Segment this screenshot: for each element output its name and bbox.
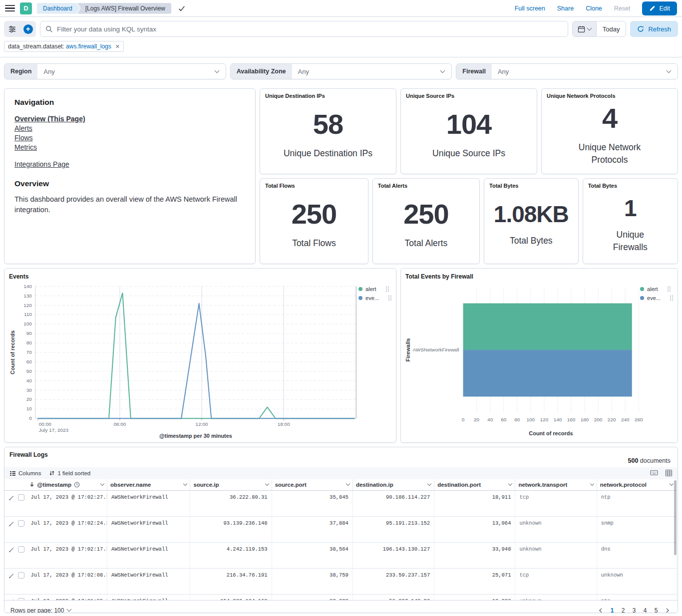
expand-row-icon[interactable] <box>8 520 14 527</box>
metric-card-total-bytes: Total Bytes1.08KBTotal Bytes <box>484 178 579 264</box>
column-header-network-transport[interactable]: network.transport <box>515 479 597 490</box>
page-button-4[interactable]: 4 <box>640 605 651 614</box>
filter-pill-datastream[interactable]: data_stream.dataset: aws.firewall_logs ✕ <box>4 41 124 52</box>
column-header-source-port[interactable]: source.port <box>272 479 352 490</box>
drag-handle-icon <box>388 295 392 301</box>
date-range-label[interactable]: Today <box>597 25 626 33</box>
keyboard-icon <box>650 469 658 476</box>
nav-link-overview[interactable]: Overview (This Page) <box>14 115 85 123</box>
remove-filter-icon[interactable]: ✕ <box>114 43 120 50</box>
expand-row-icon[interactable] <box>8 494 14 501</box>
metric-card-unique-destination-ips: Unique Destination IPs58Unique Destinati… <box>260 88 396 174</box>
expand-row-icon[interactable] <box>8 572 14 579</box>
svg-text:00:00: 00:00 <box>39 421 51 427</box>
metric-card-unique-source-ips: Unique Source IPs104Unique Source IPs <box>400 88 537 174</box>
legend-item-eve[interactable]: eve... <box>640 295 674 301</box>
column-header-destination-ip[interactable]: destination.ip <box>352 479 434 490</box>
svg-text:260: 260 <box>635 417 643 422</box>
table-scrollbar[interactable] <box>674 480 677 555</box>
space-avatar[interactable]: D <box>20 2 32 14</box>
legend-item-alert[interactable]: alert <box>358 286 392 292</box>
chevron-down-icon <box>265 482 269 486</box>
cell-source-port: 38,564 <box>272 543 352 569</box>
document-count: 500 documents <box>628 457 671 464</box>
sort-icon <box>49 470 55 476</box>
saved-check-icon[interactable] <box>178 5 185 12</box>
row-checkbox[interactable] <box>18 546 24 553</box>
pencil-icon <box>649 5 656 11</box>
add-filter-button[interactable]: + <box>20 21 36 37</box>
control-availability-zone[interactable]: Availability ZoneAny <box>230 63 452 79</box>
refresh-button[interactable]: Refresh <box>630 21 678 37</box>
sort-fields-button[interactable]: 1 field sorted <box>49 470 90 476</box>
nav-link-flows[interactable]: Flows <box>14 134 33 142</box>
pagination: 12345 <box>597 605 672 614</box>
reset-button[interactable]: Reset <box>614 5 631 12</box>
column-header-observer-name[interactable]: observer.name <box>107 479 190 490</box>
cell--timestamp: Jul 17, 2023 @ 17:02:24.328 <box>26 517 107 543</box>
cell-observer-name: AWSNetworkFirewall <box>107 569 190 595</box>
edit-button[interactable]: Edit <box>642 1 677 15</box>
page-button-1[interactable]: 1 <box>607 605 618 614</box>
top-navigation-bar: D Dashboard [Logs AWS] Firewall Overview… <box>0 0 682 17</box>
events-chart-legend: alerteve... <box>358 286 392 301</box>
display-options-button[interactable] <box>665 469 673 478</box>
cell-network-protocol: snmp <box>597 517 676 543</box>
clone-button[interactable]: Clone <box>586 5 602 12</box>
filters-icon[interactable] <box>4 21 20 37</box>
row-checkbox[interactable] <box>18 494 24 501</box>
cell-destination-ip: 95.191.213.152 <box>352 517 434 543</box>
cell-destination-ip: 233.59.237.157 <box>352 569 434 595</box>
columns-button[interactable]: Columns <box>9 470 41 477</box>
column-header-destination-port[interactable]: destination.port <box>434 479 515 490</box>
column-header-source-ip[interactable]: source.ip <box>190 479 272 490</box>
legend-item-alert[interactable]: alert <box>640 286 674 292</box>
cell-destination-port: 25,071 <box>434 569 515 595</box>
legend-item-eve[interactable]: eve... <box>358 295 392 301</box>
chevron-down-icon <box>67 607 72 612</box>
cell-network-transport: unknown <box>515 543 597 569</box>
control-region[interactable]: RegionAny <box>4 63 226 79</box>
nav-link-alerts[interactable]: Alerts <box>14 124 32 132</box>
svg-text:10: 10 <box>26 406 32 411</box>
page-button-3[interactable]: 3 <box>629 605 640 614</box>
svg-text:220: 220 <box>608 417 616 422</box>
share-button[interactable]: Share <box>557 5 574 12</box>
svg-text:July 17, 2023: July 17, 2023 <box>39 427 69 433</box>
chevron-down-icon <box>214 68 219 73</box>
control-firewall[interactable]: FirewallAny <box>456 63 678 79</box>
svg-text:@timestamp per 30 minutes: @timestamp per 30 minutes <box>159 433 232 439</box>
nav-link-metrics[interactable]: Metrics <box>14 143 37 151</box>
row-checkbox[interactable] <box>18 572 24 579</box>
svg-text:18:00: 18:00 <box>278 421 290 427</box>
cell-observer-name: AWSNetworkFirewall <box>107 543 190 569</box>
column-header-network-protocol[interactable]: network.protocol <box>597 479 676 490</box>
svg-text:180: 180 <box>581 417 589 422</box>
filter-button-group: + <box>4 21 36 37</box>
dashboard-actions: Full screen Share Clone Reset Edit <box>515 1 677 15</box>
legend-dot <box>640 296 644 300</box>
events-chart-svg: 010203040506070809010011012013014000:00J… <box>4 269 396 442</box>
page-button-5[interactable]: 5 <box>651 605 662 614</box>
previous-page-button[interactable] <box>597 608 605 614</box>
full-screen-button[interactable]: Full screen <box>515 5 545 12</box>
table-row: Jul 17, 2023 @ 17:02:27.328AWSNetworkFir… <box>4 490 677 517</box>
integrations-page-link[interactable]: Integrations Page <box>14 160 69 168</box>
rows-per-page-button[interactable]: Rows per page: 100 <box>10 607 71 614</box>
next-page-button[interactable] <box>664 608 672 614</box>
expand-row-icon[interactable] <box>8 546 14 553</box>
keyboard-shortcuts-button[interactable] <box>650 469 658 477</box>
row-checkbox[interactable] <box>18 520 24 527</box>
menu-icon[interactable] <box>5 5 15 12</box>
calendar-button[interactable] <box>573 21 597 36</box>
svg-text:130: 130 <box>23 293 32 299</box>
query-bar: + Today Refresh <box>0 17 682 37</box>
svg-text:Count of records: Count of records <box>529 430 573 436</box>
page-numbers: 12345 <box>607 605 662 614</box>
breadcrumb-dashboard[interactable]: Dashboard <box>37 3 80 14</box>
legend-dot <box>640 287 644 291</box>
column-header--timestamp[interactable]: @timestamp <box>26 479 107 490</box>
page-button-2[interactable]: 2 <box>618 605 629 614</box>
row-control-cell <box>4 569 26 595</box>
kql-search-input[interactable] <box>57 25 563 33</box>
